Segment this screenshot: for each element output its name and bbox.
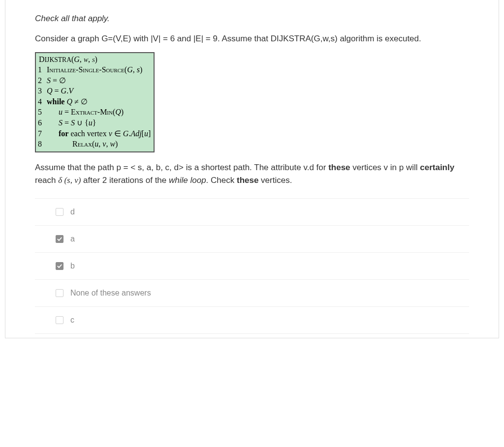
answer-option-c[interactable]: c: [35, 307, 469, 334]
checkbox[interactable]: [56, 262, 63, 270]
answer-option-d[interactable]: d: [35, 199, 469, 226]
pseudocode-header: DIJKSTRA(G, w, s): [38, 54, 151, 65]
pseudocode-lines: 1Initialize-Single-Source(G, s)2S = ∅3Q …: [38, 64, 151, 149]
check-icon: [57, 236, 63, 242]
answer-label: d: [70, 208, 75, 216]
checkbox[interactable]: [56, 316, 63, 324]
check-icon: [57, 263, 63, 269]
question-text: Assume that the path p = < s, a, b, c, d…: [35, 161, 469, 187]
answer-label: c: [70, 316, 74, 325]
pseudocode-line: 4while Q ≠ ∅: [38, 96, 151, 107]
answer-option-none[interactable]: None of these answers: [35, 280, 469, 307]
answer-list: dabNone of these answersc: [35, 198, 469, 334]
checkbox[interactable]: [56, 208, 63, 216]
pseudocode-line: 7 for each vertex v ∈ G.Adj[u]: [38, 128, 151, 139]
pseudocode-line: 5 u = Extract-Min(Q): [38, 107, 151, 118]
answer-option-b[interactable]: b: [35, 253, 469, 280]
prompt-text: Consider a graph G=(V,E) with |V| = 6 an…: [35, 32, 469, 45]
answer-label: a: [70, 235, 75, 243]
pseudocode-line: 1Initialize-Single-Source(G, s): [38, 64, 151, 75]
pseudocode-box: DIJKSTRA(G, w, s) 1Initialize-Single-Sou…: [35, 52, 155, 152]
pseudocode-line: 8 Relax(u, v, w): [38, 139, 151, 149]
checkbox[interactable]: [56, 235, 63, 243]
answer-label: None of these answers: [70, 289, 151, 298]
pseudocode-line: 6 S = S ∪ {u}: [38, 118, 151, 128]
answer-label: b: [70, 262, 75, 270]
answer-option-a[interactable]: a: [35, 226, 469, 253]
question-card: Check all that apply. Consider a graph G…: [5, 0, 499, 338]
pseudocode-line: 3Q = G.V: [38, 86, 151, 96]
checkbox[interactable]: [56, 289, 63, 297]
pseudocode-line: 2S = ∅: [38, 75, 151, 86]
instruction-text: Check all that apply.: [35, 14, 469, 24]
